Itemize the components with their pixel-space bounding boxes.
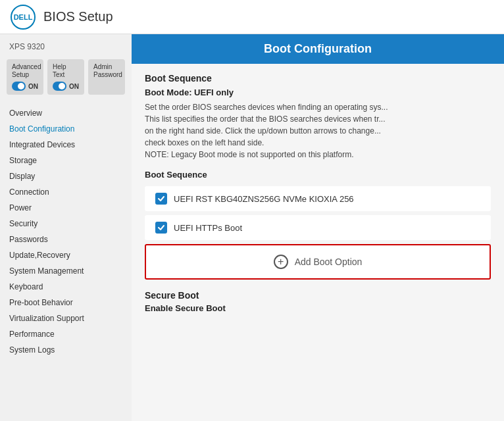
advanced-setup-label: AdvancedSetup [12,63,38,79]
sidebar-item-update-recovery[interactable]: Update,Recovery [0,247,132,263]
sidebar-item-performance[interactable]: Performance [0,326,132,342]
sidebar-item-storage[interactable]: Storage [0,153,132,168]
admin-password-card: AdminPassword [88,59,125,95]
boot-item-uefi-rst: UEFI RST KBG40ZNS256G NVMe KIOXIA 256 [145,186,491,211]
sidebar-item-pre-boot-behavior[interactable]: Pre-boot Behavior [0,295,132,310]
enable-secure-boot-label: Enable Secure Boot [145,303,491,313]
header: DELL BIOS Setup [0,0,504,34]
dell-logo-text: DELL [14,13,33,21]
secure-boot-title: Secure Boot [145,290,491,301]
description-text: Set the order BIOS searches devices when… [145,101,491,161]
bios-title: BIOS Setup [43,9,113,24]
checkmark-icon-2 [157,224,165,232]
sidebar-item-keyboard[interactable]: Keyboard [0,279,132,295]
sidebar-item-security[interactable]: Security [0,216,132,232]
help-text-toggle-row: ON [53,82,79,91]
boot-mode-label: Boot Mode: UEFI only [145,87,491,97]
boot-item-uefi-https-label: UEFI HTTPs Boot [174,223,242,233]
admin-password-label: AdminPassword [93,63,120,79]
add-boot-option-label: Add Boot Option [295,257,363,267]
content-title: Boot Configuration [132,34,504,64]
help-text-card: Help Text ON [47,59,84,95]
add-boot-option-button[interactable]: + Add Boot Option [145,244,491,280]
advanced-setup-toggle[interactable] [12,82,26,91]
sidebar-item-system-logs[interactable]: System Logs [0,342,132,358]
sidebar-item-connection[interactable]: Connection [0,184,132,200]
boot-sequence-sub-label: Boot Sequence [145,170,491,180]
sidebar-item-power[interactable]: Power [0,200,132,216]
boot-sequence-title: Boot Sequence [145,73,491,84]
help-text-label: Help Text [53,63,79,79]
boot-item-uefi-rst-label: UEFI RST KBG40ZNS256G NVMe KIOXIA 256 [174,194,354,204]
help-text-toggle[interactable] [53,82,66,91]
secure-boot-section: Secure Boot Enable Secure Boot [145,290,491,313]
sidebar-item-boot-configuration[interactable]: Boot Configuration [0,121,132,137]
content-body: Boot Sequence Boot Mode: UEFI only Set t… [132,64,504,322]
help-text-state: ON [69,83,79,90]
sidebar-item-virtualization-support[interactable]: Virtualization Support [0,310,132,326]
boot-checkbox-uefi-https[interactable] [155,222,167,234]
boot-checkbox-uefi-rst[interactable] [155,193,167,205]
sidebar-item-overview[interactable]: Overview [0,105,132,121]
advanced-setup-toggle-row: ON [12,82,38,91]
toggle-section: AdvancedSetup ON Help Text ON AdminPassw… [0,57,132,101]
sidebar-item-integrated-devices[interactable]: Integrated Devices [0,137,132,153]
sidebar-item-passwords[interactable]: Passwords [0,232,132,247]
boot-item-uefi-https: UEFI HTTPs Boot [145,215,491,240]
device-name: XPS 9320 [0,39,132,57]
sidebar-nav: Overview Boot Configuration Integrated D… [0,105,132,358]
add-boot-option-icon: + [274,255,288,269]
sidebar: XPS 9320 AdvancedSetup ON Help Text ON A… [0,34,132,421]
sidebar-item-display[interactable]: Display [0,168,132,184]
advanced-setup-state: ON [28,83,38,90]
advanced-setup-card: AdvancedSetup ON [7,59,43,95]
main-layout: XPS 9320 AdvancedSetup ON Help Text ON A… [0,34,504,421]
sidebar-item-system-management[interactable]: System Management [0,263,132,279]
checkmark-icon [157,195,165,203]
dell-logo: DELL [11,5,36,30]
content-area: Boot Configuration Boot Sequence Boot Mo… [132,34,504,421]
